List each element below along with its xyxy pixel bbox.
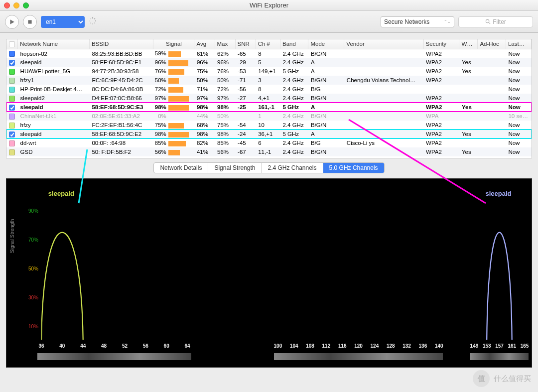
svg-point-8	[89, 20, 90, 21]
cell-w: Yes	[459, 130, 478, 138]
cell-bssid: 58:EF:68:5D:9C:E3	[89, 103, 153, 112]
tab-2-4-ghz-channels[interactable]: 2.4 GHz Channels	[262, 163, 323, 173]
play-button[interactable]	[5, 15, 19, 29]
cell-vendor	[344, 130, 423, 138]
cell-mode: A	[308, 58, 344, 67]
svg-point-2	[92, 17, 93, 18]
row-checkbox[interactable]	[9, 123, 15, 129]
cell-last: Now	[506, 94, 531, 103]
secure-networks-combo[interactable]: Secure Networks ⌃⌄	[381, 16, 454, 27]
col-ch[interactable]: Ch #	[256, 39, 280, 49]
table-header[interactable]: Network Name BSSID Signal Avg Max SNR Ch…	[6, 39, 532, 49]
col-max[interactable]: Max	[215, 39, 235, 49]
cell-name: sleepaid2	[18, 94, 90, 103]
view-tabs: Network DetailsSignal Strength2.4 GHz Ch…	[0, 162, 538, 173]
row-checkbox[interactable]	[9, 87, 15, 93]
cell-bssid: 88:25:93:BB:BD:BB	[89, 49, 153, 58]
x-tick: 116	[338, 343, 347, 349]
cell-band: 5 GHz	[280, 103, 308, 112]
row-checkbox[interactable]	[9, 149, 15, 155]
cell-snr: -29	[235, 58, 256, 67]
tab-signal-strength[interactable]: Signal Strength	[208, 163, 262, 173]
table-row[interactable]: hopson-0288:25:93:BB:BD:BB59%61%62%-6582…	[6, 49, 532, 58]
cell-w: Yes	[459, 58, 478, 67]
x-tick: 136	[419, 343, 427, 349]
x-tick: 120	[354, 343, 363, 349]
col-w[interactable]: W…	[459, 39, 478, 49]
cell-name: hopson-02	[18, 49, 90, 58]
col-mode[interactable]: Mode	[308, 39, 344, 49]
interface-select[interactable]: en1	[41, 16, 85, 28]
table-row[interactable]: sleepaid58:EF:68:5D:9C:E398%98%98%-25161…	[6, 103, 532, 112]
cell-vendor	[344, 85, 423, 94]
cell-ch: 11,-1	[256, 147, 280, 156]
table-row[interactable]: dd-wrt00:0F: :64:9885%82%85%-4562.4 GHzB…	[6, 138, 532, 147]
cell-security: WPA2	[423, 49, 459, 58]
cell-last: Now	[506, 49, 531, 58]
y-tick: 90%	[28, 208, 38, 214]
col-security[interactable]: Security	[423, 39, 459, 49]
table-row[interactable]: sleepaid58:EF:68:5D:9C:E196%96%96%-2952.…	[6, 58, 532, 67]
row-checkbox[interactable]	[9, 69, 15, 75]
cell-mode: A	[308, 103, 344, 112]
cell-vendor	[344, 112, 423, 121]
channel-range-bar	[37, 353, 191, 360]
col-snr[interactable]: SNR	[235, 39, 256, 49]
filter-input[interactable]: Filter	[458, 16, 533, 27]
cell-last: Now	[506, 67, 531, 76]
cell-max: 85%	[215, 138, 235, 147]
cell-snr: -24	[235, 130, 256, 138]
stop-button[interactable]	[23, 15, 37, 29]
minimize-icon[interactable]	[13, 2, 19, 8]
table-row[interactable]: hfzy1EC:6C:9F:45:D4:2C50%50%50%-7132.4 G…	[6, 76, 532, 85]
x-tick: 44	[80, 343, 86, 349]
row-checkbox[interactable]	[9, 60, 15, 66]
table-row[interactable]: ChinaNet-tJk102:0E:5E:61:33:A20%44%50%12…	[6, 112, 532, 121]
col-adhoc[interactable]: Ad-Hoc	[478, 39, 506, 49]
col-name[interactable]: Network Name	[18, 39, 90, 49]
col-last[interactable]: Last…	[506, 39, 531, 49]
row-checkbox[interactable]	[9, 114, 15, 120]
cell-w	[459, 138, 478, 147]
row-checkbox[interactable]	[9, 51, 15, 57]
watermark: 值 什么值得买	[473, 370, 531, 387]
svg-point-10	[486, 19, 489, 22]
cell-band: 2.4 GHz	[280, 147, 308, 156]
row-checkbox[interactable]	[9, 78, 15, 84]
table-row[interactable]: hfzyFC:2F:EF:B1:56:4C75%68%75%-54102.4 G…	[6, 121, 532, 130]
cell-avg: 61%	[194, 49, 215, 58]
col-vendor[interactable]: Vendor	[344, 39, 423, 49]
cell-security: WPA2	[423, 103, 459, 112]
row-checkbox[interactable]	[9, 131, 15, 137]
table-row[interactable]: HUAWEI-potter_5G94:77:2B:30:93:5876%75%7…	[6, 67, 532, 76]
cell-band: 2.4 GHz	[280, 94, 308, 103]
cell-band: 2.4 GHz	[280, 121, 308, 130]
cell-avg: 97%	[194, 94, 215, 103]
network-table[interactable]: Network Name BSSID Signal Avg Max SNR Ch…	[6, 39, 532, 158]
x-tick: 161	[508, 343, 516, 349]
x-tick: 40	[59, 343, 65, 349]
table-row[interactable]: sleepaid58:EF:68:5D:9C:E298%98%98%-2436,…	[6, 130, 532, 138]
table-row[interactable]: HP-Print-0B-Deskjet 4…8C:DC:D4:6A:86:0B7…	[6, 85, 532, 94]
row-checkbox[interactable]	[9, 105, 15, 111]
cell-ch: 3	[256, 76, 280, 85]
col-avg[interactable]: Avg	[194, 39, 215, 49]
close-icon[interactable]	[4, 2, 10, 8]
zoom-icon[interactable]	[23, 2, 29, 8]
col-signal[interactable]: Signal	[153, 39, 194, 49]
col-bssid[interactable]: BSSID	[89, 39, 153, 49]
select-all-checkbox[interactable]	[9, 41, 15, 47]
cell-signal: 98%	[153, 103, 194, 112]
col-band[interactable]: Band	[280, 39, 308, 49]
tab-network-details[interactable]: Network Details	[154, 163, 208, 173]
cell-name: hfzy	[18, 121, 90, 130]
row-checkbox[interactable]	[9, 96, 15, 102]
x-tick: 48	[101, 343, 107, 349]
tab-5-0-ghz-channels[interactable]: 5.0 GHz Channels	[323, 163, 384, 173]
search-icon	[485, 19, 491, 24]
row-checkbox[interactable]	[9, 140, 15, 146]
svg-point-4	[95, 20, 96, 21]
table-row[interactable]: sleepaid2D4:EE:07:0C:B8:6697%97%97%-274,…	[6, 94, 532, 103]
channel-range-bar	[470, 353, 529, 360]
table-row[interactable]: GSD50: F:DF:5B:F256%41%56%-6711,-12.4 GH…	[6, 147, 532, 156]
